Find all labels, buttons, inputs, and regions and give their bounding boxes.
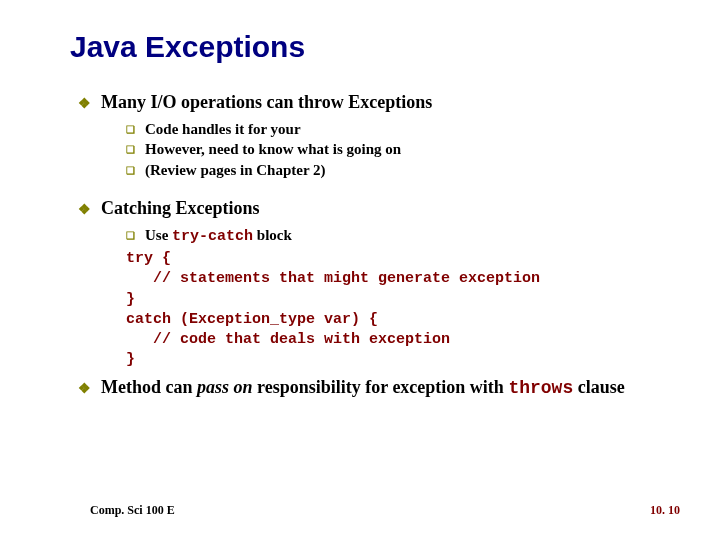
bullet-throws: ❖ Method can pass on responsibility for …: [78, 377, 670, 398]
list-item: ❏ Code handles it for your: [126, 119, 670, 139]
text-fragment: clause: [573, 377, 625, 397]
bullet-text: Method can pass on responsibility for ex…: [101, 377, 625, 398]
slide: Java Exceptions ❖ Many I/O operations ca…: [0, 0, 720, 540]
list-item: ❏ However, need to know what is going on: [126, 139, 670, 159]
list-item: ❏ Use try-catch block: [126, 225, 670, 247]
text-fragment-italic: pass on: [197, 377, 253, 397]
text-fragment: block: [253, 227, 292, 243]
code-block: try { // statements that might generate …: [126, 249, 670, 371]
diamond-icon: ❖: [78, 95, 91, 112]
sub-list-2: ❏ Use try-catch block: [126, 225, 670, 247]
list-item-text: (Review pages in Chapter 2): [145, 160, 326, 180]
list-item-text: However, need to know what is going on: [145, 139, 401, 159]
bullet-io-operations: ❖ Many I/O operations can throw Exceptio…: [78, 92, 670, 113]
list-item-text: Code handles it for your: [145, 119, 301, 139]
code-token: throws: [508, 378, 573, 398]
page-title: Java Exceptions: [70, 30, 670, 64]
sub-list-1: ❏ Code handles it for your ❏ However, ne…: [126, 119, 670, 180]
bullet-text: Catching Exceptions: [101, 198, 260, 219]
code-token: try-catch: [172, 228, 253, 245]
square-icon: ❏: [126, 164, 135, 178]
square-icon: ❏: [126, 123, 135, 137]
square-icon: ❏: [126, 229, 135, 243]
list-item-text: Use try-catch block: [145, 225, 292, 247]
footer-left: Comp. Sci 100 E: [90, 503, 175, 518]
diamond-icon: ❖: [78, 201, 91, 218]
bullet-catching: ❖ Catching Exceptions: [78, 198, 670, 219]
footer: Comp. Sci 100 E 10. 10: [90, 503, 680, 518]
diamond-icon: ❖: [78, 380, 91, 397]
list-item: ❏ (Review pages in Chapter 2): [126, 160, 670, 180]
text-fragment: Use: [145, 227, 172, 243]
square-icon: ❏: [126, 143, 135, 157]
text-fragment: Method can: [101, 377, 197, 397]
text-fragment: responsibility for exception with: [253, 377, 509, 397]
footer-right: 10. 10: [650, 503, 680, 518]
bullet-text: Many I/O operations can throw Exceptions: [101, 92, 432, 113]
